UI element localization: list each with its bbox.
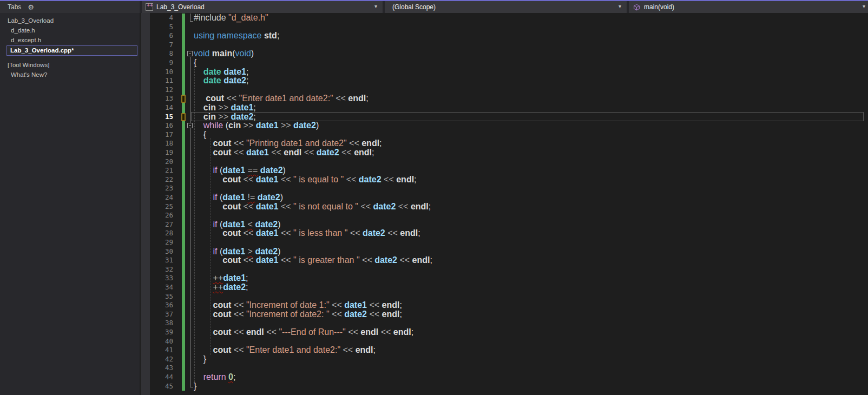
code-line[interactable]: if (date1 < date2): [194, 220, 281, 229]
code-token: "Enter date1 and date2:": [239, 94, 333, 103]
code-line[interactable]: #include "d_date.h": [194, 14, 268, 23]
code-token: ;: [366, 94, 368, 103]
sidebar-item-lab-3-overload-cpp-[interactable]: Lab_3_Overload.cpp*: [6, 45, 137, 56]
code-line[interactable]: cout << date1 << " is less than " << dat…: [194, 229, 420, 238]
code-token: endl: [360, 327, 378, 337]
code-line[interactable]: ++date2;: [194, 283, 248, 292]
fold-collapse-box[interactable]: [187, 123, 193, 128]
code-token: endl: [382, 300, 400, 310]
code-line[interactable]: if (date1 > date2): [194, 247, 281, 256]
code-token: [194, 67, 203, 76]
code-line[interactable]: cout << date1 << " is not equal to " << …: [194, 202, 431, 212]
code-line[interactable]: cout << date1 << " is greater than " << …: [194, 256, 432, 265]
code-token: [194, 166, 213, 175]
line-number: 6: [141, 31, 173, 41]
sidebar-item-d-date-h[interactable]: d_date.h: [0, 25, 140, 35]
code-line[interactable]: if (date1 != date2): [194, 193, 283, 202]
code-line[interactable]: {: [194, 58, 196, 68]
code-token: >: [248, 247, 253, 256]
code-token: <<: [382, 175, 397, 184]
sidebar-item--tool-windows-[interactable]: [Tool Windows]: [0, 60, 140, 70]
code-token: if: [213, 247, 218, 256]
code-line[interactable]: return 0;: [194, 373, 235, 382]
code-token: ;: [429, 202, 431, 211]
code-line[interactable]: date date1;: [194, 68, 248, 77]
code-token: <<: [347, 139, 362, 148]
code-line[interactable]: cout << "Enter date1 and date2:" << endl…: [194, 94, 369, 103]
code-token: [194, 282, 213, 292]
chevron-down-icon[interactable]: ▾: [619, 3, 621, 9]
sidebar-item-lab-3-overload[interactable]: Lab_3_Overload: [0, 16, 140, 25]
chevron-down-icon[interactable]: ▾: [374, 3, 377, 9]
line-number: 32: [141, 265, 173, 274]
code-token: while: [203, 121, 223, 130]
gear-icon[interactable]: ⚙: [28, 3, 34, 11]
code-line[interactable]: cout << "Printing date1 and date2" << en…: [194, 139, 382, 148]
code-token: cout: [213, 300, 232, 310]
line-number: 24: [141, 193, 173, 202]
code-token: " is equal to ": [293, 175, 344, 184]
code-token: "Enter date1 and date2:": [246, 345, 340, 354]
member-dropdown[interactable]: main(void) ▾: [629, 1, 868, 13]
code-token: ==: [248, 166, 258, 175]
document-dropdown[interactable]: ++ Lab_3_Overload ▾: [142, 1, 383, 13]
chevron-down-icon[interactable]: ▾: [863, 3, 865, 9]
code-line[interactable]: }: [194, 382, 196, 391]
sidebar-item-d-except-h[interactable]: d_except.h: [0, 35, 140, 45]
code-token: <<: [367, 310, 382, 319]
code-line[interactable]: using namespace std;: [194, 31, 279, 41]
line-number: 30: [141, 247, 173, 256]
code-token: date1: [223, 273, 246, 282]
code-line[interactable]: if (date1 == date2): [194, 166, 286, 175]
code-token: void: [235, 49, 251, 58]
tabs-sidebar: Lab_3_Overloadd_date.hd_except.hLab_3_Ov…: [0, 13, 140, 395]
code-token: >>: [216, 112, 231, 121]
code-token: " is not equal to ": [293, 202, 358, 211]
code-token: endl: [411, 202, 429, 211]
code-line[interactable]: cout << date1 << endl << date2 << endl;: [194, 148, 374, 157]
code-token: [194, 247, 213, 256]
code-token: >>: [279, 121, 294, 130]
code-line[interactable]: }: [194, 355, 206, 364]
code-token: date: [203, 67, 221, 76]
code-token: date1: [223, 67, 246, 76]
code-line[interactable]: void main(void): [194, 49, 254, 58]
line-number: 9: [141, 58, 173, 68]
code-line[interactable]: cin >> date1;: [194, 103, 256, 113]
code-line[interactable]: cout << "Increment of date 1:" << date1 …: [194, 301, 402, 310]
code-token: cout: [222, 255, 241, 265]
code-line[interactable]: cout << "Enter date1 and date2:" << endl…: [194, 346, 376, 355]
code-line[interactable]: {: [194, 130, 206, 140]
sidebar-item-what-s-new-[interactable]: What's New?: [0, 70, 140, 80]
line-number: 17: [141, 130, 173, 140]
code-token: endl: [284, 148, 301, 157]
code-line[interactable]: date date2;: [194, 76, 248, 85]
code-line[interactable]: ++date1;: [194, 274, 248, 283]
line-number: 40: [141, 337, 173, 346]
fold-region-end-tick: [190, 387, 193, 387]
code-token: using: [194, 31, 214, 40]
line-number: 45: [141, 382, 173, 391]
line-number: 42: [141, 355, 173, 364]
code-line[interactable]: cin >> date2;: [194, 113, 256, 122]
navigation-bar: Tabs ⚙ ++ Lab_3_Overload ▾ (Global Scope…: [0, 1, 868, 13]
code-token: cout: [222, 202, 241, 211]
method-cube-icon: [633, 4, 640, 11]
code-token: (: [218, 220, 223, 229]
code-token: (: [218, 166, 223, 175]
code-line[interactable]: while (cin >> date1 >> date2): [194, 121, 319, 130]
code-line[interactable]: cout << endl << "---End of Run---" << en…: [194, 328, 413, 337]
line-number: 16: [141, 121, 173, 130]
code-line[interactable]: cout << "Increment of date2: " << date2 …: [194, 310, 402, 319]
code-token: date1: [222, 247, 245, 256]
code-token: ++: [213, 273, 223, 282]
scope-dropdown[interactable]: (Global Scope) ▾: [385, 1, 627, 13]
code-line[interactable]: cout << date1 << " is equal to " << date…: [194, 175, 417, 185]
code-token: date1: [344, 300, 367, 310]
code-token: <<: [231, 327, 246, 337]
code-token: cin: [228, 121, 241, 130]
code-token: ): [283, 166, 286, 175]
code-token: date2: [260, 166, 283, 175]
fold-collapse-box[interactable]: [187, 51, 193, 56]
fold-region-end-tick: [190, 21, 193, 22]
